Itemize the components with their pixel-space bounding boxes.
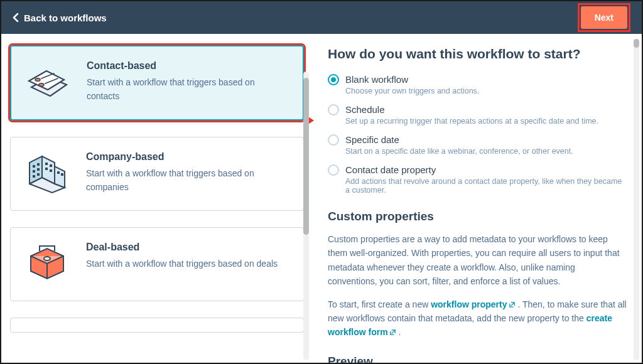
- radio-specific-date[interactable]: Specific date Start on a specific date l…: [328, 134, 627, 156]
- chevron-left-icon: [13, 13, 19, 22]
- svg-rect-6: [33, 175, 35, 178]
- company-card-icon: [23, 151, 72, 196]
- arrow-callout-icon: [309, 112, 315, 129]
- radio-button[interactable]: [328, 164, 339, 176]
- svg-rect-3: [37, 163, 40, 166]
- radio-desc: Choose your own triggers and actions.: [345, 87, 479, 95]
- svg-rect-9: [50, 164, 52, 167]
- svg-rect-4: [33, 170, 35, 173]
- card-deal-based[interactable]: Deal-based Start with a workflow that tr…: [10, 227, 304, 301]
- card-desc: Start with a workflow that triggers base…: [86, 257, 278, 271]
- svg-point-14: [44, 257, 50, 260]
- svg-rect-13: [61, 173, 63, 176]
- svg-point-0: [35, 78, 40, 82]
- workflow-property-link[interactable]: workflow property: [431, 299, 515, 309]
- card-company-based[interactable]: Company-based Start with a workflow that…: [10, 137, 304, 211]
- radio-button[interactable]: [328, 74, 339, 85]
- svg-rect-8: [45, 163, 48, 165]
- radio-contact-date-property[interactable]: Contact date property Add actions that r…: [328, 164, 627, 195]
- back-to-workflows-button[interactable]: Back to workflows: [13, 13, 107, 23]
- svg-rect-12: [57, 171, 60, 174]
- card-title: Contact-based: [87, 60, 289, 72]
- deal-card-icon: [23, 242, 72, 287]
- to-start-paragraph: To start, first create a new workflow pr…: [328, 297, 627, 340]
- radio-desc: Set up a recurring trigger that repeats …: [345, 117, 598, 126]
- radio-desc: Start on a specific date like a webinar,…: [345, 147, 573, 156]
- radio-blank-workflow[interactable]: Blank workflow Choose your own triggers …: [328, 74, 627, 95]
- radio-schedule[interactable]: Schedule Set up a recurring trigger that…: [328, 104, 627, 126]
- external-link-icon: [509, 301, 516, 308]
- radio-label: Contact date property: [345, 164, 627, 175]
- left-scrollbar-thumb[interactable]: [303, 78, 309, 235]
- card-title: Deal-based: [86, 242, 278, 253]
- radio-desc: Add actions that revolve around a contac…: [345, 177, 627, 195]
- text-frag: .: [396, 327, 401, 337]
- right-scrollbar-thumb[interactable]: [634, 39, 639, 48]
- left-panel: Contact-based Start with a workflow that…: [1, 34, 309, 363]
- text-frag: To start, first create a new: [328, 299, 431, 309]
- custom-properties-text: Custom properties are a way to add metad…: [328, 232, 627, 289]
- right-panel: How do you want this workflow to start? …: [309, 34, 642, 363]
- back-label: Back to workflows: [24, 13, 107, 23]
- card-desc: Start with a workflow that triggers base…: [87, 76, 289, 103]
- svg-rect-10: [45, 168, 48, 170]
- next-button[interactable]: Next: [581, 6, 627, 29]
- svg-point-1: [39, 83, 44, 87]
- right-scrollbar-track: [634, 39, 639, 360]
- radio-label: Specific date: [345, 134, 573, 145]
- radio-button[interactable]: [328, 104, 339, 115]
- radio-label: Schedule: [345, 104, 598, 115]
- svg-rect-11: [50, 169, 52, 172]
- svg-rect-2: [33, 165, 35, 168]
- contact-card-icon: [24, 60, 73, 105]
- card-title: Company-based: [86, 151, 289, 163]
- card-cutoff-next[interactable]: [10, 318, 304, 333]
- svg-rect-7: [37, 173, 40, 176]
- header-bar: Back to workflows Next: [1, 1, 642, 34]
- right-heading: How do you want this workflow to start?: [328, 46, 627, 62]
- next-highlight-box: Next: [578, 3, 630, 32]
- card-contact-based[interactable]: Contact-based Start with a workflow that…: [10, 45, 304, 120]
- radio-label: Blank workflow: [345, 74, 479, 85]
- external-link-icon: [389, 329, 396, 336]
- card-desc: Start with a workflow that triggers base…: [86, 167, 289, 194]
- svg-rect-5: [37, 168, 40, 171]
- preview-heading: Preview: [328, 355, 627, 363]
- custom-properties-heading: Custom properties: [328, 210, 627, 223]
- radio-button[interactable]: [328, 134, 339, 146]
